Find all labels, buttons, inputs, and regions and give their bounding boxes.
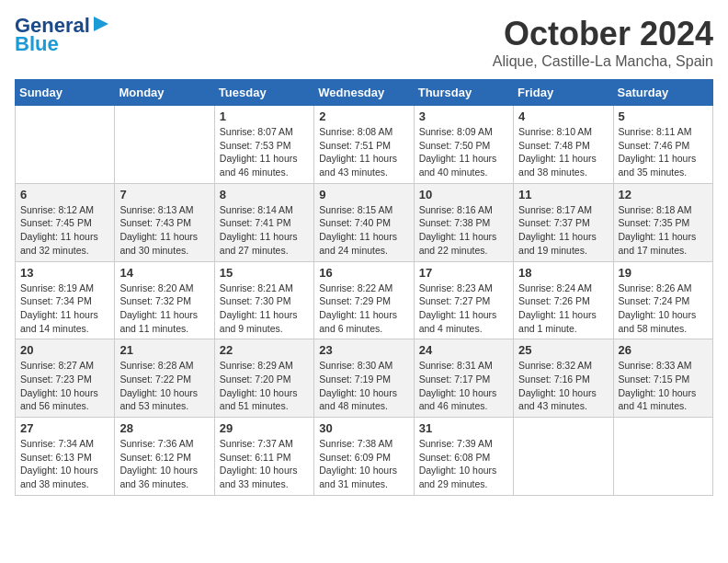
calendar-cell: 27Sunrise: 7:34 AM Sunset: 6:13 PM Dayli… bbox=[16, 418, 115, 496]
day-number: 27 bbox=[20, 421, 109, 435]
day-number: 3 bbox=[419, 109, 508, 123]
day-header-friday: Friday bbox=[514, 80, 613, 106]
day-info: Sunrise: 8:08 AM Sunset: 7:51 PM Dayligh… bbox=[319, 125, 408, 179]
day-info: Sunrise: 8:33 AM Sunset: 7:15 PM Dayligh… bbox=[619, 359, 708, 413]
day-header-sunday: Sunday bbox=[16, 80, 115, 106]
calendar-cell: 9Sunrise: 8:15 AM Sunset: 7:40 PM Daylig… bbox=[314, 183, 414, 261]
calendar-cell: 21Sunrise: 8:28 AM Sunset: 7:22 PM Dayli… bbox=[115, 339, 214, 418]
calendar-header-row: SundayMondayTuesdayWednesdayThursdayFrid… bbox=[16, 80, 713, 106]
day-number: 24 bbox=[419, 343, 508, 357]
calendar-table: SundayMondayTuesdayWednesdayThursdayFrid… bbox=[15, 79, 713, 496]
logo: General Blue bbox=[15, 15, 110, 55]
day-info: Sunrise: 8:22 AM Sunset: 7:29 PM Dayligh… bbox=[319, 282, 408, 336]
calendar-cell: 28Sunrise: 7:36 AM Sunset: 6:12 PM Dayli… bbox=[115, 418, 214, 496]
day-number: 22 bbox=[220, 343, 309, 357]
day-number: 25 bbox=[518, 343, 608, 357]
day-number: 19 bbox=[619, 266, 708, 280]
day-info: Sunrise: 8:09 AM Sunset: 7:50 PM Dayligh… bbox=[419, 125, 508, 179]
day-info: Sunrise: 8:28 AM Sunset: 7:22 PM Dayligh… bbox=[119, 359, 209, 413]
calendar-cell: 17Sunrise: 8:23 AM Sunset: 7:27 PM Dayli… bbox=[414, 261, 513, 339]
day-info: Sunrise: 8:24 AM Sunset: 7:26 PM Dayligh… bbox=[518, 282, 608, 336]
day-info: Sunrise: 8:14 AM Sunset: 7:41 PM Dayligh… bbox=[220, 203, 309, 258]
calendar-cell bbox=[16, 106, 115, 184]
calendar-cell: 6Sunrise: 8:12 AM Sunset: 7:45 PM Daylig… bbox=[16, 183, 115, 261]
day-number: 5 bbox=[619, 109, 708, 123]
calendar-cell: 12Sunrise: 8:18 AM Sunset: 7:35 PM Dayli… bbox=[613, 183, 712, 261]
day-info: Sunrise: 7:36 AM Sunset: 6:12 PM Dayligh… bbox=[119, 437, 209, 491]
calendar-cell: 8Sunrise: 8:14 AM Sunset: 7:41 PM Daylig… bbox=[214, 183, 313, 261]
day-number: 12 bbox=[619, 188, 708, 201]
logo-blue-text: Blue bbox=[15, 33, 59, 55]
day-info: Sunrise: 7:34 AM Sunset: 6:13 PM Dayligh… bbox=[20, 437, 109, 491]
day-number: 6 bbox=[20, 188, 109, 201]
day-number: 26 bbox=[619, 343, 708, 357]
calendar-cell bbox=[115, 106, 214, 184]
day-number: 10 bbox=[419, 188, 508, 201]
day-info: Sunrise: 7:37 AM Sunset: 6:11 PM Dayligh… bbox=[220, 437, 309, 491]
day-number: 4 bbox=[518, 109, 608, 123]
day-info: Sunrise: 8:30 AM Sunset: 7:19 PM Dayligh… bbox=[319, 359, 408, 413]
day-number: 18 bbox=[518, 266, 608, 280]
calendar-week-row: 13Sunrise: 8:19 AM Sunset: 7:34 PM Dayli… bbox=[16, 261, 713, 339]
location-text: Alique, Castille-La Mancha, Spain bbox=[493, 53, 713, 70]
calendar-cell: 26Sunrise: 8:33 AM Sunset: 7:15 PM Dayli… bbox=[613, 339, 712, 418]
day-number: 11 bbox=[518, 188, 608, 201]
day-number: 7 bbox=[119, 188, 209, 201]
day-number: 14 bbox=[119, 266, 209, 280]
day-info: Sunrise: 8:12 AM Sunset: 7:45 PM Dayligh… bbox=[20, 203, 109, 258]
day-info: Sunrise: 8:17 AM Sunset: 7:37 PM Dayligh… bbox=[518, 203, 608, 258]
day-header-thursday: Thursday bbox=[414, 80, 513, 106]
day-info: Sunrise: 8:26 AM Sunset: 7:24 PM Dayligh… bbox=[619, 282, 708, 336]
calendar-week-row: 27Sunrise: 7:34 AM Sunset: 6:13 PM Dayli… bbox=[16, 418, 713, 496]
calendar-cell: 2Sunrise: 8:08 AM Sunset: 7:51 PM Daylig… bbox=[314, 106, 414, 184]
calendar-cell: 3Sunrise: 8:09 AM Sunset: 7:50 PM Daylig… bbox=[414, 106, 513, 184]
day-number: 17 bbox=[419, 266, 508, 280]
day-info: Sunrise: 7:38 AM Sunset: 6:09 PM Dayligh… bbox=[319, 437, 408, 491]
calendar-cell: 4Sunrise: 8:10 AM Sunset: 7:48 PM Daylig… bbox=[514, 106, 613, 184]
calendar-cell: 18Sunrise: 8:24 AM Sunset: 7:26 PM Dayli… bbox=[514, 261, 613, 339]
title-section: October 2024 Alique, Castille-La Mancha,… bbox=[493, 15, 713, 70]
day-info: Sunrise: 8:32 AM Sunset: 7:16 PM Dayligh… bbox=[518, 359, 608, 413]
day-info: Sunrise: 8:21 AM Sunset: 7:30 PM Dayligh… bbox=[220, 282, 309, 336]
day-info: Sunrise: 8:18 AM Sunset: 7:35 PM Dayligh… bbox=[619, 203, 708, 258]
day-header-monday: Monday bbox=[115, 80, 214, 106]
day-number: 13 bbox=[20, 266, 109, 280]
calendar-cell: 24Sunrise: 8:31 AM Sunset: 7:17 PM Dayli… bbox=[414, 339, 513, 418]
day-number: 30 bbox=[319, 421, 408, 435]
calendar-cell: 25Sunrise: 8:32 AM Sunset: 7:16 PM Dayli… bbox=[514, 339, 613, 418]
calendar-cell: 14Sunrise: 8:20 AM Sunset: 7:32 PM Dayli… bbox=[115, 261, 214, 339]
day-number: 23 bbox=[319, 343, 408, 357]
calendar-cell: 16Sunrise: 8:22 AM Sunset: 7:29 PM Dayli… bbox=[314, 261, 414, 339]
day-number: 8 bbox=[220, 188, 309, 201]
calendar-cell: 29Sunrise: 7:37 AM Sunset: 6:11 PM Dayli… bbox=[214, 418, 313, 496]
calendar-cell: 7Sunrise: 8:13 AM Sunset: 7:43 PM Daylig… bbox=[115, 183, 214, 261]
day-number: 1 bbox=[220, 109, 309, 123]
logo-arrow-icon bbox=[92, 15, 110, 33]
calendar-cell: 23Sunrise: 8:30 AM Sunset: 7:19 PM Dayli… bbox=[314, 339, 414, 418]
day-number: 29 bbox=[220, 421, 309, 435]
page-header: General Blue October 2024 Alique, Castil… bbox=[15, 15, 713, 70]
day-number: 16 bbox=[319, 266, 408, 280]
day-header-tuesday: Tuesday bbox=[214, 80, 313, 106]
calendar-cell: 1Sunrise: 8:07 AM Sunset: 7:53 PM Daylig… bbox=[214, 106, 313, 184]
calendar-cell bbox=[514, 418, 613, 496]
day-header-wednesday: Wednesday bbox=[314, 80, 414, 106]
day-info: Sunrise: 8:15 AM Sunset: 7:40 PM Dayligh… bbox=[319, 203, 408, 258]
day-number: 20 bbox=[20, 343, 109, 357]
calendar-week-row: 6Sunrise: 8:12 AM Sunset: 7:45 PM Daylig… bbox=[16, 183, 713, 261]
calendar-cell: 11Sunrise: 8:17 AM Sunset: 7:37 PM Dayli… bbox=[514, 183, 613, 261]
day-info: Sunrise: 7:39 AM Sunset: 6:08 PM Dayligh… bbox=[419, 437, 508, 491]
day-info: Sunrise: 8:19 AM Sunset: 7:34 PM Dayligh… bbox=[20, 282, 109, 336]
day-info: Sunrise: 8:31 AM Sunset: 7:17 PM Dayligh… bbox=[419, 359, 508, 413]
calendar-week-row: 20Sunrise: 8:27 AM Sunset: 7:23 PM Dayli… bbox=[16, 339, 713, 418]
calendar-cell: 30Sunrise: 7:38 AM Sunset: 6:09 PM Dayli… bbox=[314, 418, 414, 496]
day-info: Sunrise: 8:16 AM Sunset: 7:38 PM Dayligh… bbox=[419, 203, 508, 258]
calendar-cell: 5Sunrise: 8:11 AM Sunset: 7:46 PM Daylig… bbox=[613, 106, 712, 184]
day-info: Sunrise: 8:23 AM Sunset: 7:27 PM Dayligh… bbox=[419, 282, 508, 336]
day-header-saturday: Saturday bbox=[613, 80, 712, 106]
day-number: 15 bbox=[220, 266, 309, 280]
svg-marker-0 bbox=[94, 17, 108, 31]
calendar-week-row: 1Sunrise: 8:07 AM Sunset: 7:53 PM Daylig… bbox=[16, 106, 713, 184]
day-info: Sunrise: 8:13 AM Sunset: 7:43 PM Dayligh… bbox=[119, 203, 209, 258]
day-number: 9 bbox=[319, 188, 408, 201]
